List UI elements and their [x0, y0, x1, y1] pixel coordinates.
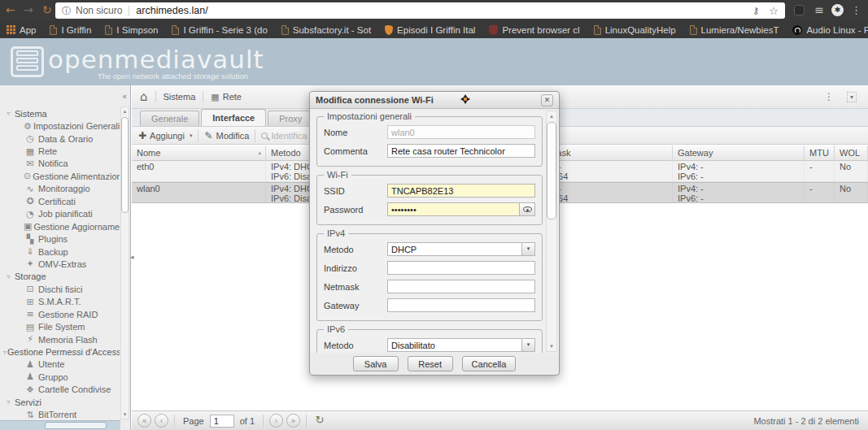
sidebar-item-smart[interactable]: ⊞ S.M.A.R.T. — [0, 296, 120, 308]
bookmark-lumiera[interactable]: Lumiera/NewbiesT — [690, 25, 779, 35]
reset-button[interactable]: Reset — [408, 356, 453, 371]
next-page-button[interactable]: › — [269, 414, 283, 428]
bookmark-linuxqualityhelp[interactable]: LinuxQualityHelp — [594, 25, 676, 35]
column-header-nome[interactable]: Nome ▴ — [132, 146, 266, 160]
sidebar-item-file-system[interactable]: ▤ File System — [0, 320, 120, 332]
dialog-titlebar[interactable]: Modifica connessione Wi-Fi ✕ — [310, 92, 559, 109]
bookmark-subsfactory[interactable]: Subsfactory.it - Sot — [281, 25, 371, 35]
tab-interfacce[interactable]: Interfacce — [201, 109, 266, 126]
sidebar-item-memoria-flash[interactable]: ⚡ Memoria Flash — [0, 333, 120, 345]
reload-icon[interactable]: ↻ — [42, 3, 52, 16]
sidebar-item-omv-extras[interactable]: ✦ OMV-Extras — [0, 258, 120, 270]
panel-dropdown-icon[interactable]: ▾ — [847, 92, 857, 102]
breadcrumb-rete[interactable]: Rete — [223, 92, 242, 102]
sidebar-item-gruppo[interactable]: ♟ Gruppo — [0, 371, 120, 383]
password-key-icon[interactable]: ⚷ — [752, 6, 759, 16]
sidebar-group-servizi[interactable]: ▿ Servizi — [0, 396, 120, 408]
tab-proxy[interactable]: Proxy — [268, 111, 313, 126]
sidebar-item-gestione-alimentazione[interactable]: ⊙ Gestione Alimentazione — [0, 170, 120, 182]
last-page-button[interactable]: » — [286, 414, 300, 428]
first-page-button[interactable]: « — [137, 414, 151, 428]
sidebar-group-permessi[interactable]: ▿ Gestione Permessi d'Accesso — [0, 345, 120, 358]
bookmark-episodi-griffin[interactable]: Episodi I Griffin Ital — [385, 25, 475, 35]
prev-page-button[interactable]: ‹ — [155, 414, 168, 428]
sidebar-item-job-pianificati[interactable]: ◔ Job pianificati — [0, 208, 120, 220]
page-icon — [50, 25, 57, 35]
sidebar-item-rete[interactable]: ▦ Rete — [0, 145, 120, 157]
bookmark-prevent-browser[interactable]: Prevent browser cl — [489, 25, 579, 35]
sidebar-item-gestione-raid[interactable]: ≡ Gestione RAID — [0, 308, 120, 320]
sidebar-item-certificati[interactable]: ✪ Certificati — [0, 195, 120, 207]
scroll-down-icon[interactable]: ▾ — [547, 341, 556, 351]
extension-cube-icon[interactable] — [794, 5, 805, 15]
bookmark-i-griffin[interactable]: I Griffin — [50, 25, 91, 35]
sidebar-item-impostazioni-generali[interactable]: ⚙ Impostazioni Generali — [0, 119, 120, 132]
sidebar-collapse-icon[interactable]: « — [119, 91, 130, 102]
sidebar-item-cartelle-condivise[interactable]: ❖ Cartelle Condivise — [0, 384, 120, 396]
ipv4-metodo-select[interactable]: DHCP ▾ — [387, 242, 535, 256]
sidebar-item-backup[interactable]: ⇓ Backup — [0, 245, 120, 258]
sidebar-item-plugins[interactable]: ▚ Plugins — [0, 232, 120, 245]
ssid-field[interactable] — [387, 184, 535, 198]
column-header-mtu[interactable]: MTU — [805, 146, 835, 160]
fieldset-legend: IPv6 — [324, 324, 348, 334]
identify-button[interactable]: Identifica — [261, 131, 307, 141]
page-number-input[interactable] — [210, 415, 234, 428]
cancel-button[interactable]: Cancella — [462, 356, 517, 371]
pager-divider — [263, 415, 264, 428]
back-icon[interactable]: ← — [6, 3, 15, 16]
add-button[interactable]: ✚ Aggiungi ▾ — [138, 130, 192, 141]
bookmark-i-simpson[interactable]: I Simpson — [105, 25, 158, 35]
ipv4-indirizzo-field[interactable] — [387, 261, 535, 275]
tab-generale[interactable]: Generale — [140, 111, 199, 126]
home-icon[interactable]: ⌂ — [140, 89, 148, 104]
bookmark-griffin-serie3[interactable]: I Griffin - Serie 3 (do — [172, 25, 267, 35]
sidebar-item-gestione-aggiornamento[interactable]: ▣ Gestione Aggiornamento — [0, 220, 120, 232]
scroll-up-icon[interactable]: ▴ — [121, 107, 129, 115]
show-password-button[interactable] — [520, 202, 535, 216]
ipv4-gateway-field[interactable] — [387, 298, 535, 312]
bookmark-audio-linux[interactable]: Audio Linux - Fare — [792, 25, 868, 35]
password-field[interactable] — [387, 202, 520, 216]
chevron-down-icon: ▾ — [521, 243, 534, 255]
save-button[interactable]: Salva — [353, 356, 399, 371]
ipv6-metodo-select[interactable]: Disabilitato ▾ — [387, 338, 535, 352]
breadcrumb-sistema[interactable]: Sistema — [164, 92, 196, 102]
scrollbar-thumb[interactable] — [547, 122, 556, 219]
sidebar-vertical-scrollbar[interactable]: ▴ ▾ — [120, 106, 129, 419]
panel-menu-icon[interactable]: ⋮ — [824, 91, 834, 102]
scroll-up-icon[interactable]: ▴ — [547, 111, 556, 121]
sidebar-item-data-orario[interactable]: ◷ Data & Orario — [0, 132, 120, 145]
sidebar-horizontal-scrollbar[interactable] — [0, 420, 120, 430]
browser-menu-icon[interactable]: ⋮ — [851, 4, 861, 16]
info-icon[interactable]: ⓘ — [62, 5, 71, 17]
sidebar-item-bittorrent[interactable]: ⇅ BitTorrent — [0, 409, 120, 421]
ipv4-netmask-field[interactable] — [387, 280, 535, 293]
page-icon — [690, 25, 697, 35]
edit-button[interactable]: ✎ Modifica — [204, 130, 249, 141]
close-icon[interactable]: ✕ — [541, 94, 553, 106]
forward-icon[interactable]: → — [24, 3, 33, 16]
scrollbar-thumb[interactable] — [45, 422, 107, 429]
sidebar-item-dischi-fisici[interactable]: ⊡ Dischi fisici — [0, 283, 120, 295]
column-header-wol[interactable]: WOL — [835, 146, 868, 160]
address-bar[interactable]: ⓘ Non sicuro archimedes.lan/ ⚷ ☆ — [55, 2, 785, 19]
apps-button[interactable]: App — [7, 25, 36, 35]
column-header-gateway[interactable]: Gateway — [673, 146, 805, 160]
sidebar-item-monitoraggio[interactable]: ∿ Monitoraggio — [0, 183, 120, 195]
sidebar-item-utente[interactable]: ♟ Utente — [0, 358, 120, 371]
refresh-icon[interactable]: ↻ — [312, 414, 327, 428]
dialog-scrollbar[interactable]: ▴ ▾ — [546, 111, 557, 352]
sidebar-group-sistema[interactable]: ▿ Sistema — [0, 107, 120, 119]
scrollbar-thumb[interactable] — [121, 117, 129, 213]
commenta-field[interactable] — [387, 144, 535, 158]
sidebar-item-notifica[interactable]: ✉ Notifica — [0, 158, 120, 170]
extension-list-icon[interactable]: ≡ — [814, 3, 824, 16]
sidebar-group-storage[interactable]: ▿ Storage — [0, 271, 120, 283]
nome-field[interactable] — [387, 125, 535, 139]
bookmark-star-icon[interactable]: ☆ — [769, 5, 779, 17]
scroll-down-icon[interactable]: ▾ — [121, 410, 129, 419]
splitter-collapse-icon[interactable]: ◂ — [130, 253, 134, 261]
extension-asterisk-icon[interactable]: ✱ — [831, 4, 844, 16]
url-text[interactable]: archimedes.lan/ — [136, 5, 207, 16]
